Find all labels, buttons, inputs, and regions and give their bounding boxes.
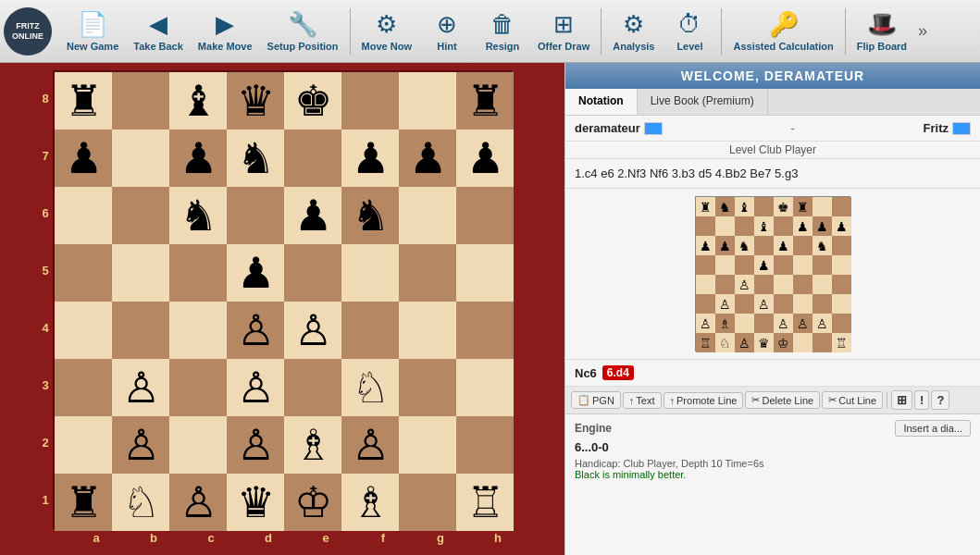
toolbar-more-button[interactable]: »: [914, 21, 931, 41]
square-a6[interactable]: [55, 187, 112, 244]
square-e4[interactable]: ♙: [284, 302, 341, 359]
square-g5[interactable]: [399, 244, 456, 302]
tab-notation[interactable]: Notation: [565, 89, 638, 115]
square-e2[interactable]: ♗: [284, 416, 341, 474]
mini-square-e4[interactable]: [774, 275, 793, 294]
take-back-button[interactable]: ◀ Take Back: [126, 4, 191, 59]
mini-square-d3[interactable]: ♙: [754, 294, 774, 314]
square-e1[interactable]: ♔: [284, 474, 341, 531]
square-g7[interactable]: ♟: [399, 130, 456, 187]
chess-board[interactable]: ♜♝♛♚♜♟♟♞♟♟♟♞♟♞♟♙♙♙♙♘♙♙♗♙♜♘♙♛♔♗♖: [53, 70, 512, 529]
mini-chess-board[interactable]: ♜♞♝♚♜♝♟♟♟♟♟♞♟♞♟♙♙♙♙♗♙♙♙♖♘♙♛♔♖: [695, 196, 850, 352]
current-move-badge[interactable]: 6.d4: [602, 365, 634, 380]
mini-square-a5[interactable]: [696, 255, 715, 275]
mini-square-f7[interactable]: ♟: [793, 216, 813, 236]
mini-square-f6[interactable]: [793, 236, 813, 255]
new-game-button[interactable]: 📄 New Game: [59, 4, 126, 59]
square-h3[interactable]: [456, 359, 514, 416]
square-c6[interactable]: ♞: [169, 187, 227, 244]
square-g6[interactable]: [399, 187, 456, 244]
square-h5[interactable]: [456, 244, 514, 302]
mini-square-h7[interactable]: ♟: [832, 216, 851, 236]
mini-square-g3[interactable]: [813, 294, 832, 314]
square-b6[interactable]: [112, 187, 169, 244]
mini-square-d1[interactable]: ♛: [754, 333, 774, 352]
level-button[interactable]: ⏱ Level: [662, 4, 717, 59]
mini-square-g6[interactable]: ♞: [813, 236, 832, 255]
resign-button[interactable]: 🗑 Resign: [475, 4, 530, 59]
square-e7[interactable]: [284, 130, 341, 187]
square-b1[interactable]: ♘: [112, 474, 169, 531]
square-d4[interactable]: ♙: [227, 302, 284, 359]
mini-square-c4[interactable]: ♙: [735, 275, 754, 294]
square-e8[interactable]: ♚: [284, 72, 341, 130]
mini-square-f3[interactable]: [793, 294, 813, 314]
mini-square-e2[interactable]: ♙: [774, 314, 793, 333]
mini-square-b4[interactable]: [715, 275, 735, 294]
square-d7[interactable]: ♞: [227, 130, 284, 187]
square-f5[interactable]: [341, 244, 399, 302]
square-f4[interactable]: [341, 302, 399, 359]
mini-square-h6[interactable]: [832, 236, 851, 255]
assisted-calc-button[interactable]: 🔑 Assisted Calculation: [726, 4, 840, 59]
mini-square-d4[interactable]: [754, 275, 774, 294]
mini-square-d2[interactable]: [754, 314, 774, 333]
mini-square-h5[interactable]: [832, 255, 851, 275]
setup-position-button[interactable]: 🔧 Setup Position: [260, 4, 346, 59]
square-b4[interactable]: [112, 302, 169, 359]
square-e6[interactable]: ♟: [284, 187, 341, 244]
square-a4[interactable]: [55, 302, 112, 359]
mini-square-e7[interactable]: [774, 216, 793, 236]
square-c3[interactable]: [169, 359, 227, 416]
square-c2[interactable]: [169, 416, 227, 474]
flip-board-button[interactable]: 🎩 Flip Board: [850, 4, 914, 59]
square-a8[interactable]: ♜: [55, 72, 112, 130]
grid-button[interactable]: ⊞: [891, 390, 912, 410]
square-d2[interactable]: ♙: [227, 416, 284, 474]
mini-square-f5[interactable]: [793, 255, 813, 275]
mini-square-d6[interactable]: [754, 236, 774, 255]
square-h7[interactable]: ♟: [456, 130, 514, 187]
mini-square-g7[interactable]: ♟: [813, 216, 832, 236]
square-h1[interactable]: ♖: [456, 474, 514, 531]
hint-button[interactable]: ⊕ Hint: [419, 4, 475, 59]
square-d3[interactable]: ♙: [227, 359, 284, 416]
text-button[interactable]: ↑ Text: [623, 392, 662, 409]
square-f8[interactable]: [341, 72, 399, 130]
mini-square-a3[interactable]: [696, 294, 715, 314]
square-g3[interactable]: [399, 359, 456, 416]
square-a2[interactable]: [55, 416, 112, 474]
promote-line-button[interactable]: ↑ Promote Line: [664, 392, 744, 409]
mini-square-g2[interactable]: ♙: [813, 314, 832, 333]
square-b5[interactable]: [112, 244, 169, 302]
square-c7[interactable]: ♟: [169, 130, 227, 187]
exclaim-button[interactable]: !: [914, 390, 929, 410]
square-c5[interactable]: [169, 244, 227, 302]
mini-square-c3[interactable]: [735, 294, 754, 314]
square-a1[interactable]: ♜: [55, 474, 112, 531]
mini-square-b3[interactable]: ♙: [715, 294, 735, 314]
mini-square-e8[interactable]: ♚: [774, 197, 793, 216]
square-h6[interactable]: [456, 187, 514, 244]
square-h4[interactable]: [456, 302, 514, 359]
mini-square-h2[interactable]: [832, 314, 851, 333]
mini-square-h1[interactable]: ♖: [832, 333, 851, 352]
mini-square-f4[interactable]: [793, 275, 813, 294]
mini-square-a6[interactable]: ♟: [696, 236, 715, 255]
mini-square-e3[interactable]: [774, 294, 793, 314]
fritz-logo[interactable]: FRITZ ONLINE: [4, 7, 52, 56]
mini-square-c6[interactable]: ♞: [735, 236, 754, 255]
mini-square-d8[interactable]: [754, 197, 774, 216]
make-move-button[interactable]: ▶ Make Move: [191, 4, 260, 59]
square-b7[interactable]: [112, 130, 169, 187]
square-d1[interactable]: ♛: [227, 474, 284, 531]
mini-square-f2[interactable]: ♙: [793, 314, 813, 333]
mini-square-g1[interactable]: [813, 333, 832, 352]
mini-square-h3[interactable]: [832, 294, 851, 314]
square-g2[interactable]: [399, 416, 456, 474]
mini-square-b8[interactable]: ♞: [715, 197, 735, 216]
mini-square-e1[interactable]: ♔: [774, 333, 793, 352]
square-a7[interactable]: ♟: [55, 130, 112, 187]
square-e5[interactable]: [284, 244, 341, 302]
tab-live-book[interactable]: Live Book (Premium): [638, 89, 768, 115]
